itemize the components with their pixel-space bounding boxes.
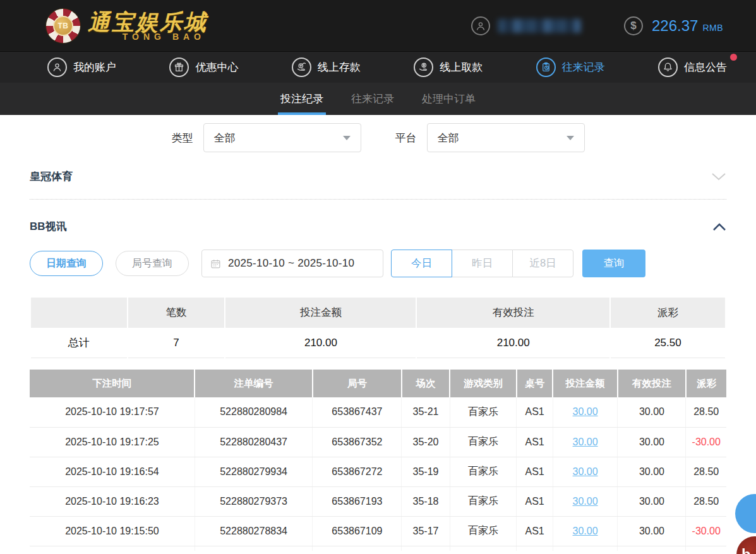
caret-down-icon [567,136,574,140]
type-select[interactable]: 全部 [203,123,361,152]
nav-item-announcements[interactable]: 信息公告 [658,57,727,77]
nav-item-transaction-records[interactable]: 往来记录 [536,57,605,77]
summary-total-row: 总计 7 210.00 210.00 25.50 [31,328,725,358]
search-button[interactable]: 查询 [582,250,645,277]
bet-amount-cell: 30.00 [553,427,618,457]
round-id-cell: 653867193 [313,486,402,516]
bet-table: 下注时间 注单编号 局号 场次 游戏类别 桌号 投注金额 有效投注 派彩 202… [30,370,726,551]
date-query-button[interactable]: 日期查询 [30,251,103,276]
round-id-cell: 653867272 [313,457,402,486]
payout-cell: -30.00 [686,516,726,546]
bet-amount-link[interactable]: 30.00 [573,526,598,536]
platform-select[interactable]: 全部 [427,123,585,152]
session-cell: 35-18 [402,486,450,516]
valid-bet-cell: 30.00 [618,486,686,516]
table-no-cell: AS1 [517,516,553,546]
table-row-partial [30,546,726,551]
bet-time-cell: 2025-10-10 19:15:50 [30,516,195,546]
today-button[interactable]: 今日 [391,250,452,277]
filter-row: 类型 全部 平台 全部 [0,123,756,152]
col-order-id: 注单编号 [195,370,312,397]
table-row: 2025-10-10 19:16:23 522880279373 6538671… [30,486,726,516]
session-cell: 35-19 [402,457,450,486]
col-game-type: 游戏类别 [450,370,517,397]
bell-icon [658,57,678,77]
round-id-cell: 653867352 [313,427,402,457]
col-bet-amount: 投注金额 [553,370,618,397]
caret-down-icon [343,136,351,140]
casino-chip-icon: TB [46,9,80,43]
type-filter-label: 类型 [172,131,193,145]
bet-amount-cell: 30.00 [553,486,618,516]
nav-item-online-withdraw[interactable]: 线上取款 [414,57,483,77]
username-blurred [498,19,581,33]
yesterday-button[interactable]: 昨日 [452,250,513,277]
payout-cell: 28.50 [686,457,726,486]
order-id-cell: 522880280984 [195,397,312,427]
order-id-cell: 522880280437 [195,427,312,457]
game-type-cell: 百家乐 [450,516,517,546]
balance-amount: 226.37 [652,17,698,35]
payout-cell: 28.50 [686,397,726,427]
bet-amount-cell: 30.00 [553,397,618,427]
date-range-value: 2025-10-10 ~ 2025-10-10 [228,257,354,270]
nav-label: 线上存款 [318,60,361,75]
chevron-down-icon[interactable] [711,172,726,181]
tab-label: 处理中订单 [422,92,476,106]
user-account[interactable] [471,16,581,35]
bet-amount-link[interactable]: 30.00 [573,496,598,507]
table-no-cell: AS1 [517,486,553,516]
bet-amount-link[interactable]: 30.00 [573,437,598,447]
nav-item-online-deposit[interactable]: 线上存款 [292,57,361,77]
site-title: 通宝娱乐城 [88,10,208,34]
bet-amount-link[interactable]: 30.00 [573,466,598,477]
last-8-days-button[interactable]: 近8日 [512,250,573,277]
game-type-cell: 百家乐 [450,457,517,486]
payout-cell: 28.50 [686,486,726,516]
order-id-cell: 522880279373 [195,486,312,516]
button-label: 近8日 [529,256,556,270]
bet-table-header-row: 下注时间 注单编号 局号 场次 游戏类别 桌号 投注金额 有效投注 派彩 [30,370,726,397]
balance[interactable]: $ 226.37 RMB [624,16,723,35]
section-crown-sports[interactable]: 皇冠体育 [30,169,726,184]
main-nav: 我的账户 优惠中心 线上存款 线上取款 往来记录 信息公告 [0,51,756,83]
user-avatar-icon [471,16,490,35]
round-query-button[interactable]: 局号查询 [116,251,189,276]
tab-bet-records[interactable]: 投注纪录 [279,83,325,115]
query-row: 日期查询 局号查询 2025-10-10 ~ 2025-10-10 今日 昨日 … [30,250,726,277]
valid-bet-cell: 30.00 [618,516,686,546]
summary-total-label: 总计 [31,328,127,358]
nav-item-my-account[interactable]: 我的账户 [47,57,116,77]
order-id-cell: 522880279934 [195,457,312,486]
table-row: 2025-10-10 19:17:25 522880280437 6538673… [30,427,726,457]
button-label: 局号查询 [132,257,172,270]
subtab-bar: 投注纪录 往来记录 处理中订单 [0,83,756,115]
nav-label: 优惠中心 [195,60,238,75]
game-type-cell: 百家乐 [450,427,517,457]
date-range-picker[interactable]: 2025-10-10 ~ 2025-10-10 [201,250,383,277]
col-valid-bet: 有效投注 [618,370,686,397]
tab-label: 往来记录 [351,92,394,106]
nav-label: 信息公告 [684,60,727,75]
tab-transaction-records[interactable]: 往来记录 [350,83,395,115]
bet-time-cell: 2025-10-10 19:17:57 [30,397,195,427]
chevron-up-icon[interactable] [712,222,726,231]
summary-header-blank [31,298,127,328]
round-id-cell: 653867437 [313,397,402,427]
section-bb-video[interactable]: BB视讯 [30,219,726,234]
round-id-cell: 653867109 [313,516,402,546]
table-no-cell: AS1 [517,397,553,427]
bet-amount-link[interactable]: 30.00 [573,406,598,417]
nav-item-promotions[interactable]: 优惠中心 [169,57,238,77]
hand-dollar-icon [414,57,433,77]
order-id-cell: 522880278834 [195,516,312,546]
tab-pending-orders[interactable]: 处理中订单 [421,83,477,115]
summary-payout: 25.50 [611,328,725,358]
nav-label: 我的账户 [73,60,116,75]
valid-bet-cell: 30.00 [618,397,686,427]
summary-header-bet-amount: 投注金额 [225,298,416,328]
button-label: 昨日 [472,256,493,270]
site-logo[interactable]: TB 通宝娱乐城 TONG BAO [46,9,208,43]
summary-header-row: 笔数 投注金额 有效投注 派彩 [31,298,725,328]
summary-header-count: 笔数 [128,298,225,328]
